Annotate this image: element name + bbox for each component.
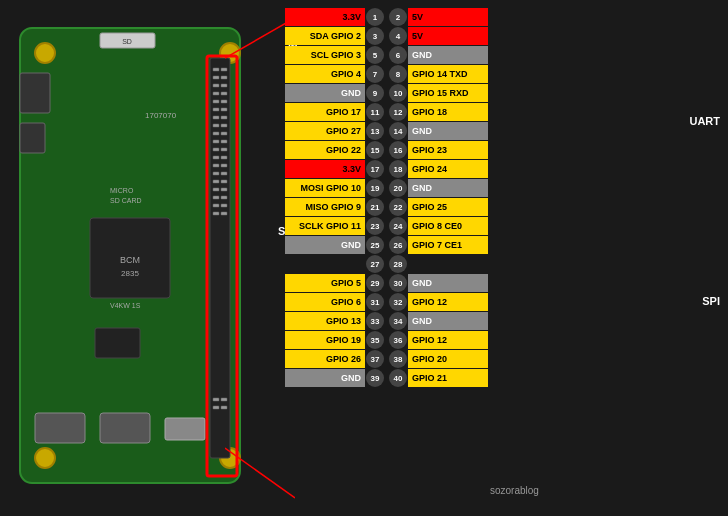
pin-right-number: 20 <box>389 179 407 197</box>
pin-row: 2728 <box>285 255 488 273</box>
pin-right-label: GND <box>408 274 488 292</box>
pin-left-label: GND <box>285 84 365 102</box>
pin-right-number: 16 <box>389 141 407 159</box>
pin-right-number: 28 <box>389 255 407 273</box>
pin-left-label: 3.3V <box>285 8 365 26</box>
pin-right-label: GPIO 15 RXD <box>408 84 488 102</box>
pin-right-label: GPIO 24 <box>408 160 488 178</box>
svg-rect-15 <box>95 328 140 358</box>
svg-rect-31 <box>213 124 219 127</box>
pin-left-number: 3 <box>366 27 384 45</box>
svg-rect-51 <box>213 204 219 207</box>
pin-left-label: GPIO 26 <box>285 350 365 368</box>
pin-left-number: 21 <box>366 198 384 216</box>
svg-line-65 <box>225 448 295 498</box>
svg-rect-27 <box>213 108 219 111</box>
pin-right-number: 32 <box>389 293 407 311</box>
svg-text:BCM: BCM <box>120 255 140 265</box>
pin-left-number: 13 <box>366 122 384 140</box>
svg-rect-41 <box>213 164 219 167</box>
svg-rect-47 <box>213 188 219 191</box>
pin-right-label: 5V <box>408 8 488 26</box>
pin-right-label: GPIO 21 <box>408 369 488 387</box>
pin-row: 3.3V125V <box>285 8 488 26</box>
pin-right-number: 6 <box>389 46 407 64</box>
pin-left-number: 15 <box>366 141 384 159</box>
svg-rect-5 <box>35 413 85 443</box>
pin-right-label: GPIO 18 <box>408 103 488 121</box>
svg-rect-55 <box>213 398 219 401</box>
svg-rect-33 <box>213 132 219 135</box>
pin-left-number: 39 <box>366 369 384 387</box>
pin-right-number: 18 <box>389 160 407 178</box>
svg-point-3 <box>35 448 55 468</box>
pin-right-label: GPIO 14 TXD <box>408 65 488 83</box>
pin-row: GPIO 52930GND <box>285 274 488 292</box>
pin-left-number: 37 <box>366 350 384 368</box>
pin-left-label: SCL GPIO 3 <box>285 46 365 64</box>
pin-right-number: 10 <box>389 84 407 102</box>
pin-row: SCL GPIO 356GND <box>285 46 488 64</box>
pin-left-number: 19 <box>366 179 384 197</box>
label-uart: UART <box>689 115 720 127</box>
pin-row: MOSI GPIO 101920GND <box>285 179 488 197</box>
pin-left-label: GPIO 27 <box>285 122 365 140</box>
pin-row: GPIO 263738GPIO 20 <box>285 350 488 368</box>
pin-left-number: 1 <box>366 8 384 26</box>
pin-row: MISO GPIO 92122GPIO 25 <box>285 198 488 216</box>
svg-text:1707070: 1707070 <box>145 111 177 120</box>
svg-rect-10 <box>20 73 50 113</box>
pin-left-number: 25 <box>366 236 384 254</box>
pin-right-label: 5V <box>408 27 488 45</box>
pin-row: 3.3V1718GPIO 24 <box>285 160 488 178</box>
pin-row: GND910GPIO 15 RXD <box>285 84 488 102</box>
pin-left-label <box>285 255 365 273</box>
pin-left-label: MOSI GPIO 10 <box>285 179 365 197</box>
svg-rect-57 <box>213 406 219 409</box>
pin-right-label: GPIO 12 <box>408 331 488 349</box>
pin-left-number: 11 <box>366 103 384 121</box>
svg-text:MICRO: MICRO <box>110 187 134 194</box>
svg-rect-21 <box>213 84 219 87</box>
pin-right-number: 8 <box>389 65 407 83</box>
pin-left-label: GPIO 19 <box>285 331 365 349</box>
pin-right-number: 12 <box>389 103 407 121</box>
pin-left-label: GPIO 4 <box>285 65 365 83</box>
pin-left-number: 31 <box>366 293 384 311</box>
pin-right-number: 4 <box>389 27 407 45</box>
watermark: sozorablog <box>490 485 539 496</box>
pin-left-number: 7 <box>366 65 384 83</box>
svg-rect-11 <box>20 123 45 153</box>
pin-left-label: GPIO 22 <box>285 141 365 159</box>
pin-left-label: GPIO 5 <box>285 274 365 292</box>
svg-rect-35 <box>213 140 219 143</box>
pin-row: GND2526GPIO 7 CE1 <box>285 236 488 254</box>
label-spi-right: SPI <box>702 295 720 307</box>
pin-right-number: 22 <box>389 198 407 216</box>
pin-right-number: 36 <box>389 331 407 349</box>
svg-text:V4KW 1S: V4KW 1S <box>110 302 141 309</box>
pin-left-number: 29 <box>366 274 384 292</box>
svg-rect-29 <box>213 116 219 119</box>
pin-row: GND3940GPIO 21 <box>285 369 488 387</box>
pin-left-number: 9 <box>366 84 384 102</box>
pin-right-label: GPIO 8 CE0 <box>408 217 488 235</box>
pin-row: SCLK GPIO 112324GPIO 8 CE0 <box>285 217 488 235</box>
svg-rect-17 <box>213 68 219 71</box>
pin-left-label: 3.3V <box>285 160 365 178</box>
pin-right-number: 38 <box>389 350 407 368</box>
pin-left-label: GPIO 13 <box>285 312 365 330</box>
pin-left-label: GND <box>285 236 365 254</box>
pin-right-label: GPIO 7 CE1 <box>408 236 488 254</box>
pin-row: GPIO 133334GND <box>285 312 488 330</box>
pin-left-number: 17 <box>366 160 384 178</box>
pin-left-number: 5 <box>366 46 384 64</box>
svg-rect-6 <box>100 413 150 443</box>
pin-right-label: GND <box>408 179 488 197</box>
pin-right-number: 26 <box>389 236 407 254</box>
pin-right-label: GPIO 23 <box>408 141 488 159</box>
svg-rect-43 <box>213 172 219 175</box>
svg-point-1 <box>35 43 55 63</box>
svg-rect-7 <box>165 418 205 440</box>
pin-left-label: GND <box>285 369 365 387</box>
